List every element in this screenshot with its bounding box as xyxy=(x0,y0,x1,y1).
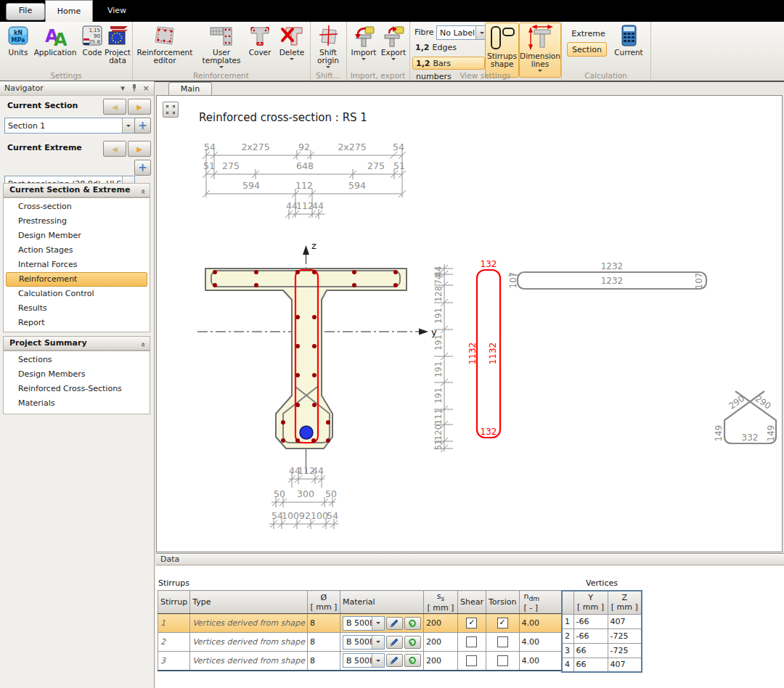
concrete-section-outline[interactable] xyxy=(205,269,407,449)
torsion-checkbox[interactable] xyxy=(497,618,508,628)
shear-checkbox[interactable] xyxy=(466,618,477,628)
export-button[interactable]: Export xyxy=(380,24,407,62)
material-caret-icon[interactable] xyxy=(372,617,384,630)
shift-origin-button[interactable]: Shift origin xyxy=(311,24,345,70)
vertex-row-2[interactable]: 2 -66 -725 xyxy=(562,628,642,643)
extreme-button[interactable]: Extreme xyxy=(568,29,608,38)
material-caret-icon[interactable] xyxy=(372,636,384,649)
stirrup-diameter[interactable]: 8 xyxy=(307,652,340,671)
torsion-checkbox[interactable] xyxy=(497,636,508,647)
stirrup-diameter[interactable]: 8 xyxy=(307,633,340,652)
nav-item-design-members[interactable]: Design Members xyxy=(4,367,150,382)
nav-item-action-stages[interactable]: Action Stages xyxy=(4,243,150,258)
delete-button[interactable]: Delete xyxy=(276,24,308,62)
dimension-lines-button[interactable]: Dimension lines xyxy=(519,22,561,78)
current-section-caret-icon[interactable] xyxy=(122,118,134,133)
tab-main[interactable]: Main xyxy=(168,82,212,96)
nav-item-cross-section[interactable]: Cross-section xyxy=(4,200,150,214)
shear-checkbox[interactable] xyxy=(466,655,477,666)
material-select[interactable]: B 500B xyxy=(343,635,385,650)
stirrup-spacing[interactable]: 200 xyxy=(423,633,457,652)
group-header-current-section-extreme[interactable]: Current Section & Extreme « xyxy=(3,183,150,197)
vertex-z[interactable]: 407 xyxy=(608,658,642,672)
user-templates-button[interactable]: User templates xyxy=(199,24,244,70)
material-select[interactable]: B 500B xyxy=(343,616,385,631)
tab-home[interactable]: Home xyxy=(45,0,93,22)
stirrup-row-1[interactable]: 1 Vertices derived from shape 8 B 500B xyxy=(158,614,573,633)
vertex-y[interactable]: 66 xyxy=(573,658,608,672)
nav-item-reinforcement[interactable]: Reinforcement xyxy=(6,272,147,287)
close-icon[interactable]: × xyxy=(141,83,151,94)
nav-item-design-member[interactable]: Design Member xyxy=(4,229,150,243)
nav-item-reinforced-cross-sections[interactable]: Reinforced Cross-Sections xyxy=(4,382,150,396)
nav-item-report[interactable]: Report xyxy=(4,316,150,330)
stirrup-2-detail[interactable]: 1232 1232 107 107 xyxy=(508,261,706,289)
material-select[interactable]: B 500B xyxy=(343,653,385,668)
import-button[interactable]: Import xyxy=(349,24,378,62)
nav-item-internal-forces[interactable]: Internal Forces xyxy=(4,258,150,272)
tab-view[interactable]: View xyxy=(93,0,141,22)
refresh-material-button[interactable] xyxy=(404,654,421,667)
edit-material-button[interactable] xyxy=(386,636,403,649)
vertex-z[interactable]: -725 xyxy=(608,643,642,658)
collapse-chevron-icon[interactable]: « xyxy=(136,189,149,194)
refresh-material-button[interactable] xyxy=(404,636,421,649)
reinforcement-editor-button[interactable]: Reinforcement editor xyxy=(135,24,195,65)
current-button[interactable]: Current xyxy=(611,24,647,57)
vertex-y[interactable]: 66 xyxy=(573,643,608,658)
add-section-button[interactable]: + xyxy=(134,118,151,134)
nav-item-materials[interactable]: Materials xyxy=(4,396,150,411)
project-data-button[interactable]: Project data xyxy=(105,24,131,65)
application-icon: A A xyxy=(44,24,67,47)
collapse-chevron-icon[interactable]: « xyxy=(136,342,149,347)
vertex-y[interactable]: -66 xyxy=(573,614,608,628)
vertex-z[interactable]: -725 xyxy=(608,628,642,643)
add-extreme-button[interactable]: + xyxy=(134,160,151,176)
nav-item-calculation-control[interactable]: Calculation Control xyxy=(4,287,150,301)
nav-item-prestressing[interactable]: Prestressing xyxy=(4,214,150,229)
refresh-material-button[interactable] xyxy=(404,617,421,630)
stirrup-diameter[interactable]: 8 xyxy=(307,614,340,633)
vertex-row-1[interactable]: 1 -66 407 xyxy=(562,614,642,628)
group-header-project-summary[interactable]: Project Summary « xyxy=(3,336,150,351)
pin-icon[interactable] xyxy=(129,83,139,94)
shear-checkbox[interactable] xyxy=(466,636,477,647)
vertex-row-4[interactable]: 4 66 407 xyxy=(562,658,642,672)
data-panel-header[interactable]: Data xyxy=(156,553,784,565)
material-caret-icon[interactable] xyxy=(372,654,384,667)
stirrup-spacing[interactable]: 200 xyxy=(423,614,457,633)
fibre-select[interactable]: No Label xyxy=(436,25,489,40)
current-section-select[interactable]: Section 1 xyxy=(4,118,135,134)
vertex-row-3[interactable]: 3 66 -725 xyxy=(562,643,642,658)
previous-extreme-button[interactable]: ◀ xyxy=(103,141,126,157)
drawing-canvas[interactable]: Reinforced cross-section : RS 1 54 2x275… xyxy=(156,95,783,552)
edges-toggle[interactable]: 1,2Edges xyxy=(415,43,457,52)
next-extreme-button[interactable]: ▶ xyxy=(128,141,151,157)
stirrup-1-detail[interactable]: 132 1132 1132 132 xyxy=(467,259,500,438)
code-button[interactable]: 1,15 90 25.8 Code xyxy=(78,24,106,57)
tab-file[interactable]: File xyxy=(6,3,45,20)
stirrup-type: Vertices derived from shape xyxy=(190,614,308,633)
application-button[interactable]: A A Application xyxy=(33,24,78,57)
units-button[interactable]: kN MPa Units xyxy=(4,24,32,57)
stirrup-spacing[interactable]: 200 xyxy=(423,652,457,671)
stirrup-3-detail[interactable]: 290 290 149 149 332 xyxy=(714,391,776,443)
torsion-checkbox[interactable] xyxy=(497,655,508,666)
vertex-y[interactable]: -66 xyxy=(573,628,608,643)
navigator-menu-icon[interactable]: ▾ xyxy=(118,83,128,94)
bars-numbers-toggle[interactable]: 1,2Bars numbers xyxy=(412,57,485,70)
vertex-z[interactable]: 407 xyxy=(608,614,642,628)
ribbon-group-view-settings: Fibre No Label 1,2Edges 1,2Bars numbers … xyxy=(409,22,562,81)
section-button[interactable]: Section xyxy=(567,42,607,57)
next-section-button[interactable]: ▶ xyxy=(128,99,151,115)
tendon-duct[interactable] xyxy=(300,426,313,439)
edit-material-button[interactable] xyxy=(386,617,403,630)
stirrup-row-3[interactable]: 3 Vertices derived from shape 8 B 500B xyxy=(158,652,573,671)
cover-button[interactable]: Cover xyxy=(245,24,274,57)
stirrups-shape-button[interactable]: Stirrups shape xyxy=(485,22,519,78)
edit-material-button[interactable] xyxy=(386,654,403,667)
previous-section-button[interactable]: ◀ xyxy=(103,99,126,115)
nav-item-sections[interactable]: Sections xyxy=(4,353,150,367)
nav-item-results[interactable]: Results xyxy=(4,301,150,316)
stirrup-row-2[interactable]: 2 Vertices derived from shape 8 B 500B xyxy=(158,633,573,652)
